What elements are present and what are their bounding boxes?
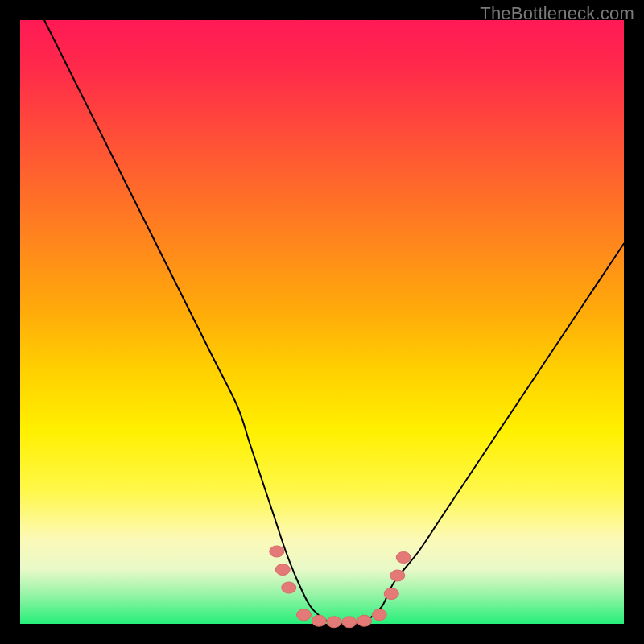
marker-point [372, 609, 386, 621]
marker-point [297, 609, 312, 621]
marker-point [270, 546, 284, 557]
marker-point [282, 582, 296, 593]
marker-point [342, 617, 357, 628]
marker-cluster [270, 546, 411, 628]
marker-point [390, 570, 405, 581]
bottleneck-curve [44, 20, 624, 625]
marker-point [275, 564, 290, 576]
chart-svg [20, 20, 624, 624]
marker-point [396, 552, 411, 564]
marker-point [327, 617, 341, 628]
chart-stage: TheBottleneck.com [0, 0, 644, 644]
marker-point [312, 615, 326, 626]
marker-point [357, 615, 372, 626]
marker-point [384, 588, 398, 600]
